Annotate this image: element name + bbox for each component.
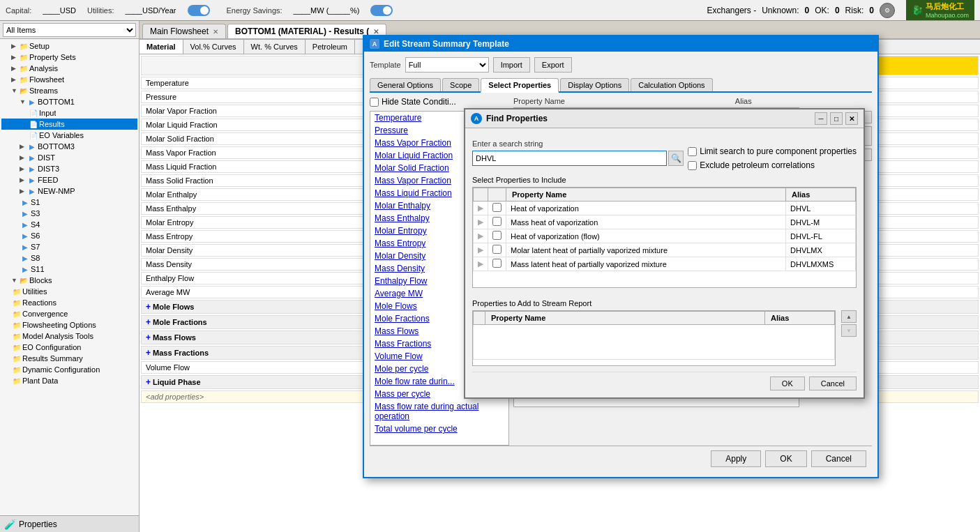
sidebar-item-setup[interactable]: ▶ 📁 Setup	[1, 40, 137, 52]
sidebar-item-property-sets[interactable]: ▶ 📁 Property Sets	[1, 52, 137, 63]
col-arrow2	[474, 312, 485, 325]
find-result-row[interactable]: ▶ Mass latent heat of partially vaporize…	[474, 257, 856, 271]
capital-value: ____USD	[43, 6, 76, 15]
sidebar-item-bottom1-input[interactable]: 📄 Input	[1, 107, 137, 119]
template-select[interactable]: Full	[405, 57, 489, 73]
col-property-header: Property Name	[506, 188, 786, 202]
sidebar-item-analysis[interactable]: ▶ 📁 Analysis	[1, 63, 137, 74]
add-report-empty-row	[474, 325, 835, 360]
folder-icon: 📁	[18, 63, 29, 73]
tab-select-properties[interactable]: Select Properties	[481, 78, 559, 93]
capital-label: Capital:	[6, 6, 31, 15]
prop-total-volume[interactable]: Total volume per cycle	[370, 423, 508, 435]
search-label: Enter a search string	[472, 139, 684, 148]
close-button[interactable]: ✕	[845, 112, 858, 125]
tab-general-options[interactable]: General Options	[370, 78, 441, 91]
expand-setup[interactable]: ▶	[11, 43, 18, 50]
sidebar-item-eo-config[interactable]: 📁 EO Configuration	[1, 342, 137, 353]
settings-icon[interactable]: ⚙	[880, 3, 895, 18]
close-tab-main[interactable]: ✕	[213, 28, 218, 36]
sidebar-item-bottom3[interactable]: ▶ ▶ BOTTOM3	[1, 141, 137, 152]
limit-search-check[interactable]: Limit search to pure component propertie…	[688, 146, 857, 156]
sidebar-item-dist3[interactable]: ▶ ▶ DIST3	[1, 163, 137, 174]
sidebar-item-s6[interactable]: ▶ S6	[1, 230, 137, 241]
stream-tab-vol[interactable]: Vol.% Curves	[183, 40, 244, 54]
sidebar-item-bottom1-results[interactable]: 📄 Results	[1, 119, 137, 130]
move-down-button[interactable]: ▼	[841, 324, 857, 337]
edit-dialog-title-text: Edit Stream Summary Template	[384, 39, 509, 49]
find-result-row[interactable]: ▶ Heat of vaporization DHVL	[474, 202, 856, 215]
sidebar-item-bottom1[interactable]: ▼ ▶ BOTTOM1	[1, 96, 137, 107]
sidebar-item-s11[interactable]: ▶ S11	[1, 264, 137, 275]
find-result-row[interactable]: ▶ Heat of vaporization (flow) DHVL-FL	[474, 229, 856, 243]
find-row-checkbox[interactable]	[492, 259, 502, 268]
all-items-select[interactable]: All Items	[3, 23, 136, 37]
find-cancel-button[interactable]: Cancel	[809, 377, 857, 390]
sidebar-item-feed[interactable]: ▶ ▶ FEED	[1, 174, 137, 185]
energy-toggle[interactable]	[370, 5, 393, 16]
stream-tab-petroleum[interactable]: Petroleum	[306, 40, 355, 54]
col-alias-header2: Alias	[765, 312, 835, 325]
sidebar-item-flowsheet[interactable]: ▶ 📁 Flowsheet	[1, 74, 137, 85]
sidebar-item-results-summary[interactable]: 📁 Results Summary	[1, 353, 137, 364]
find-row-alias: DHVLMXMS	[786, 257, 856, 271]
tab-calculation-options[interactable]: Calculation Options	[631, 78, 712, 91]
utilities-toggle[interactable]	[188, 5, 210, 16]
exclude-petroleum-check[interactable]: Exclude petroleum correlations	[688, 160, 857, 170]
sidebar-item-reactions[interactable]: 📁 Reactions	[1, 297, 137, 308]
find-row-checkbox[interactable]	[492, 245, 502, 254]
stream-tab-material[interactable]: Material	[140, 40, 183, 54]
sidebar-item-s8[interactable]: ▶ S8	[1, 252, 137, 264]
find-row-checkbox[interactable]	[492, 217, 502, 226]
find-result-row[interactable]: ▶ Mass heat of vaporization DHVL-M	[474, 215, 856, 229]
prop-mass-flow-rate[interactable]: Mass flow rate during actual operation	[370, 400, 508, 423]
find-row-checkbox[interactable]	[492, 203, 502, 212]
sidebar-item-dynamic-config[interactable]: 📁 Dynamic Configuration	[1, 364, 137, 375]
sidebar-item-plant-data[interactable]: 📁 Plant Data	[1, 375, 137, 386]
folder-icon: 📁	[18, 41, 29, 51]
sidebar-item-model-analysis[interactable]: 📁 Model Analysis Tools	[1, 330, 137, 342]
close-tab-results[interactable]: ✕	[373, 28, 379, 36]
find-row-alias: DHVL	[786, 202, 856, 215]
sidebar-item-streams[interactable]: ▼ 📂 Streams	[1, 85, 137, 96]
import-button[interactable]: Import	[493, 57, 530, 73]
minimize-button[interactable]: ─	[815, 112, 827, 125]
stream-icon: ▶	[27, 186, 38, 196]
sidebar-item-blocks[interactable]: ▼ 📂 Blocks	[1, 275, 137, 286]
apply-button[interactable]: Apply	[711, 450, 761, 467]
find-row-property: Heat of vaporization (flow)	[506, 229, 786, 243]
top-bar: Capital: ____USD Utilities: ____USD/Year…	[0, 0, 980, 21]
sidebar-item-dist[interactable]: ▶ ▶ DIST	[1, 152, 137, 163]
sidebar-item-s1[interactable]: ▶ S1	[1, 197, 137, 208]
stream-icon: ▶	[27, 142, 38, 151]
search-input[interactable]	[472, 151, 667, 166]
ok-button[interactable]: OK	[765, 450, 806, 467]
tab-main-flowsheet[interactable]: Main Flowsheet ✕	[142, 24, 226, 38]
tab-display-options[interactable]: Display Options	[560, 78, 629, 91]
sidebar-item-new-nmp[interactable]: ▶ ▶ NEW-NMP	[1, 185, 137, 197]
cancel-button[interactable]: Cancel	[811, 450, 866, 467]
sidebar-item-s4[interactable]: ▶ S4	[1, 219, 137, 230]
sidebar-item-flowsheeting-options[interactable]: 📁 Flowsheeting Options	[1, 319, 137, 330]
find-row-alias: DHVLMX	[786, 243, 856, 257]
maximize-button[interactable]: □	[830, 112, 843, 125]
sidebar-item-s3[interactable]: ▶ S3	[1, 208, 137, 219]
titlebar-controls: ─ □ ✕	[815, 112, 858, 125]
move-up-button[interactable]: ▲	[841, 310, 857, 323]
folder-icon: 📁	[11, 298, 22, 307]
folder-icon: 📁	[11, 320, 22, 330]
find-result-row[interactable]: ▶ Molar latent heat of partially vaporiz…	[474, 243, 856, 257]
find-row-checkbox[interactable]	[492, 231, 502, 240]
sidebar-item-bottom1-eo[interactable]: 📄 EO Variables	[1, 130, 137, 141]
sidebar-item-s7[interactable]: ▶ S7	[1, 241, 137, 252]
stream-icon: ▶	[20, 231, 31, 241]
search-button[interactable]: 🔍	[668, 151, 684, 166]
export-button[interactable]: Export	[534, 57, 572, 73]
sidebar-item-utilities[interactable]: 📁 Utilities	[1, 286, 137, 297]
stream-tab-wt[interactable]: Wt. % Curves	[244, 40, 306, 54]
find-ok-button[interactable]: OK	[770, 377, 805, 390]
sidebar-item-convergence[interactable]: 📁 Convergence	[1, 308, 137, 319]
energy-label: Energy Savings:	[227, 6, 282, 15]
hide-state-checkbox[interactable]	[370, 98, 379, 107]
tab-scope[interactable]: Scope	[442, 78, 479, 91]
